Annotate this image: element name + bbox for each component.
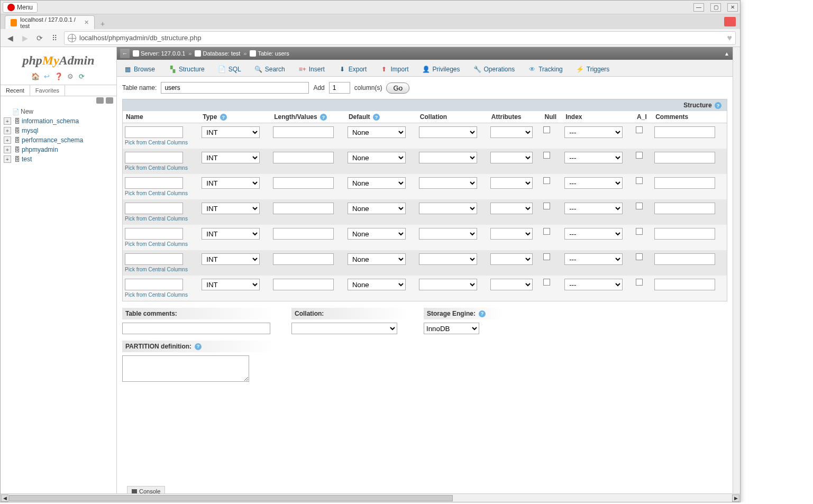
column-name-input[interactable]	[125, 152, 183, 163]
help-icon[interactable]: ?	[715, 102, 721, 109]
pick-central-columns-link[interactable]: Pick from Central Columns	[125, 216, 197, 222]
home-icon[interactable]: 🏠	[31, 72, 40, 80]
column-index-select[interactable]: ---	[564, 253, 623, 265]
column-attributes-select[interactable]	[490, 177, 533, 189]
column-comments-input[interactable]	[654, 253, 715, 265]
column-ai-checkbox[interactable]	[636, 279, 643, 286]
column-default-select[interactable]: None	[348, 152, 406, 163]
column-type-select[interactable]: INT	[202, 228, 260, 240]
column-index-select[interactable]: ---	[564, 279, 623, 290]
expand-icon[interactable]: +	[4, 127, 11, 134]
column-default-select[interactable]: None	[348, 126, 406, 138]
column-ai-checkbox[interactable]	[636, 203, 643, 209]
pick-central-columns-link[interactable]: Pick from Central Columns	[125, 165, 197, 171]
column-collation-select[interactable]	[419, 126, 477, 138]
tree-new[interactable]: 📄 New	[4, 107, 113, 116]
column-collation-select[interactable]	[419, 228, 477, 240]
column-collation-select[interactable]	[419, 203, 477, 214]
column-length-input[interactable]	[273, 279, 334, 290]
column-length-input[interactable]	[273, 228, 334, 240]
column-index-select[interactable]: ---	[564, 203, 623, 214]
column-comments-input[interactable]	[654, 126, 715, 138]
column-default-select[interactable]: None	[348, 253, 406, 265]
column-type-select[interactable]: INT	[202, 152, 260, 163]
new-tab-button[interactable]: +	[97, 19, 108, 29]
help-icon[interactable]: ?	[320, 114, 327, 121]
column-length-input[interactable]	[273, 126, 334, 138]
column-default-select[interactable]: None	[348, 279, 406, 290]
help-icon[interactable]: ?	[373, 114, 380, 121]
breadcrumb-database[interactable]: Database: test	[195, 50, 240, 57]
column-default-select[interactable]: None	[348, 177, 406, 189]
bookmark-icon[interactable]: ♥	[727, 33, 733, 43]
horizontal-scrollbar[interactable]: ◀ ▶	[1, 493, 740, 502]
column-null-checkbox[interactable]	[543, 126, 550, 133]
column-collation-select[interactable]	[419, 152, 477, 163]
reload-nav-icon[interactable]: ⟳	[78, 72, 86, 80]
vertical-scrollbar[interactable]	[733, 47, 740, 493]
column-ai-checkbox[interactable]	[636, 253, 643, 260]
tab-search[interactable]: 🔍Search	[248, 62, 292, 76]
logout-icon[interactable]: ↩	[43, 72, 51, 80]
help-icon[interactable]: ?	[195, 343, 202, 350]
docs-icon[interactable]: ❓	[54, 72, 63, 80]
back-button[interactable]: ◀	[5, 33, 15, 43]
browser-tab[interactable]: localhost / 127.0.0.1 / test ✕	[5, 15, 95, 29]
expand-icon[interactable]: +	[4, 117, 11, 125]
column-ai-checkbox[interactable]	[636, 126, 643, 133]
tab-import[interactable]: ⬆Import	[373, 62, 415, 76]
column-name-input[interactable]	[125, 253, 183, 265]
column-default-select[interactable]: None	[348, 228, 406, 240]
column-index-select[interactable]: ---	[564, 126, 623, 138]
breadcrumb-table[interactable]: Table: users	[250, 50, 289, 57]
tab-insert[interactable]: ≡+Insert	[292, 62, 332, 76]
column-name-input[interactable]	[125, 203, 183, 214]
pick-central-columns-link[interactable]: Pick from Central Columns	[125, 140, 197, 145]
column-null-checkbox[interactable]	[543, 152, 550, 159]
table-comments-input[interactable]	[122, 323, 270, 334]
tree-db-item[interactable]: + 🗄 information_schema	[4, 116, 113, 126]
column-comments-input[interactable]	[654, 152, 715, 163]
settings-icon[interactable]: ⚙	[66, 72, 75, 80]
breadcrumb-back-icon[interactable]: ←	[120, 49, 130, 58]
column-null-checkbox[interactable]	[543, 203, 550, 209]
column-index-select[interactable]: ---	[564, 177, 623, 189]
column-default-select[interactable]: None	[348, 203, 406, 214]
url-field[interactable]: localhost/phpmyadmin/db_structure.php ♥	[64, 31, 736, 45]
breadcrumb-collapse-icon[interactable]: ▲	[724, 51, 729, 57]
table-name-input[interactable]	[161, 82, 309, 94]
column-attributes-select[interactable]	[490, 203, 533, 214]
help-icon[interactable]: ?	[220, 114, 227, 121]
column-comments-input[interactable]	[654, 177, 715, 189]
column-null-checkbox[interactable]	[543, 279, 550, 286]
column-attributes-select[interactable]	[490, 126, 533, 138]
tree-db-item[interactable]: + 🗄 performance_schema	[4, 135, 113, 145]
column-attributes-select[interactable]	[490, 253, 533, 265]
column-ai-checkbox[interactable]	[636, 177, 643, 184]
column-collation-select[interactable]	[419, 279, 477, 290]
column-attributes-select[interactable]	[490, 228, 533, 240]
column-attributes-select[interactable]	[490, 279, 533, 290]
column-null-checkbox[interactable]	[543, 177, 550, 184]
link-icon[interactable]	[106, 97, 113, 104]
minimize-button[interactable]: —	[693, 3, 704, 12]
tab-export[interactable]: ⬇Export	[332, 62, 374, 76]
column-name-input[interactable]	[125, 228, 183, 240]
tab-browse[interactable]: ▦Browse	[117, 62, 162, 76]
help-icon[interactable]: ?	[479, 310, 486, 317]
scroll-thumb[interactable]	[9, 495, 453, 501]
pick-central-columns-link[interactable]: Pick from Central Columns	[125, 292, 197, 298]
partition-textarea[interactable]	[122, 355, 249, 382]
tree-db-item[interactable]: + 🗄 test	[4, 154, 113, 164]
column-length-input[interactable]	[273, 203, 334, 214]
close-button[interactable]: ✕	[727, 3, 738, 12]
column-collation-select[interactable]	[419, 253, 477, 265]
tab-operations[interactable]: 🔧Operations	[467, 62, 522, 76]
column-collation-select[interactable]	[419, 177, 477, 189]
go-button[interactable]: Go	[386, 83, 409, 94]
column-type-select[interactable]: INT	[202, 203, 260, 214]
reload-button[interactable]: ⟳	[34, 33, 45, 43]
sidebar-tab-recent[interactable]: Recent	[1, 85, 30, 96]
collapse-icon[interactable]	[96, 97, 104, 104]
tab-close-icon[interactable]: ✕	[84, 19, 89, 26]
